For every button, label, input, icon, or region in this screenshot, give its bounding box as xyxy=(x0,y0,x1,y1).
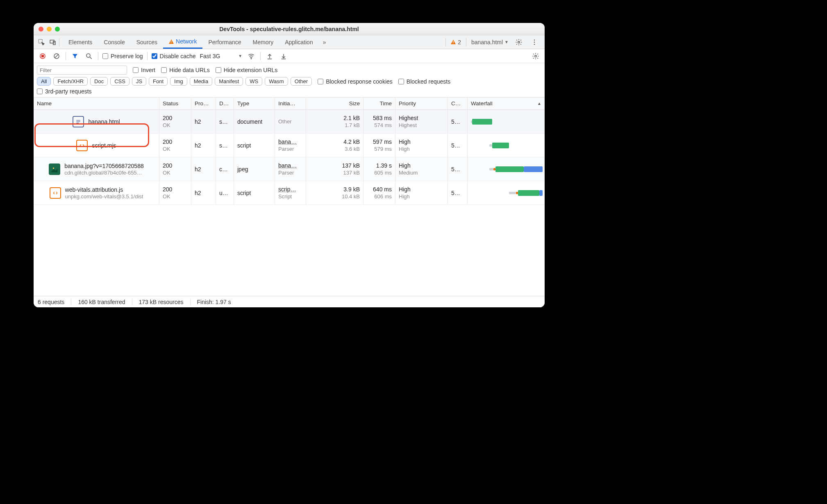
col-priority[interactable]: Priority xyxy=(395,98,448,109)
issues-counter[interactable]: 2 xyxy=(451,39,461,45)
kebab-icon[interactable] xyxy=(529,37,540,48)
network-table: Name Status Pro… D… Type Initia… Size Ti… xyxy=(34,98,545,296)
throttling-select[interactable]: Fast 3G ▼ xyxy=(200,53,243,59)
inspect-icon[interactable] xyxy=(36,37,47,48)
network-settings-icon[interactable] xyxy=(531,51,541,61)
network-toolbar: Preserve log Disable cache Fast 3G ▼ xyxy=(34,49,545,63)
search-icon[interactable] xyxy=(84,51,94,61)
network-conditions-icon[interactable] xyxy=(246,51,256,61)
disable-cache-checkbox[interactable]: Disable cache xyxy=(152,53,196,59)
chip-all[interactable]: All xyxy=(37,77,51,86)
status-bar: 6 requests 160 kB transferred 173 kB res… xyxy=(34,296,545,307)
third-party-checkbox[interactable]: 3rd-party requests xyxy=(37,88,92,95)
export-har-icon[interactable] xyxy=(265,51,275,61)
svg-point-5 xyxy=(534,41,535,43)
tab-memory[interactable]: Memory xyxy=(247,35,279,49)
chip-wasm[interactable]: Wasm xyxy=(265,77,288,86)
tab-application[interactable]: Application xyxy=(279,35,319,49)
waterfall-cell xyxy=(468,134,545,157)
status-finish: Finish: 1.97 s xyxy=(197,299,231,305)
table-row[interactable]: banana.jpg?v=1705668720588cdn.glitch.glo… xyxy=(34,157,545,181)
titlebar: DevTools - speculative-rules.glitch.me/b… xyxy=(34,23,545,35)
tab-network[interactable]: Network xyxy=(163,35,202,49)
context-selector[interactable]: banana.html ▼ xyxy=(471,39,509,45)
svg-point-4 xyxy=(534,39,535,41)
clear-button[interactable] xyxy=(52,51,61,61)
chip-ws[interactable]: WS xyxy=(245,77,262,86)
status-requests: 6 requests xyxy=(38,299,64,305)
type-filter-chips: AllFetch/XHRDocCSSJSFontImgMediaManifest… xyxy=(37,77,312,86)
tab-sources[interactable]: Sources xyxy=(131,35,163,49)
chip-manifest[interactable]: Manifest xyxy=(215,77,243,86)
chevron-down-icon: ▼ xyxy=(238,54,242,58)
separator xyxy=(260,52,261,60)
hide-data-urls-checkbox[interactable]: Hide data URLs xyxy=(161,67,210,73)
table-row[interactable]: web-vitals.attribution.jsunpkg.com/web-v… xyxy=(34,181,545,205)
sort-asc-icon: ▲ xyxy=(537,101,541,106)
blocked-requests-checkbox[interactable]: Blocked requests xyxy=(398,78,450,85)
waterfall-cell xyxy=(468,181,545,204)
col-initiator[interactable]: Initia… xyxy=(275,98,306,109)
col-protocol[interactable]: Pro… xyxy=(191,98,216,109)
tab-elements[interactable]: Elements xyxy=(63,35,98,49)
svg-point-11 xyxy=(86,54,90,57)
separator xyxy=(66,52,66,60)
chevron-double-right-icon: » xyxy=(323,39,326,45)
col-name[interactable]: Name xyxy=(34,98,159,109)
document-icon xyxy=(73,116,84,127)
status-resources: 173 kB resources xyxy=(139,299,184,305)
blocked-cookies-checkbox[interactable]: Blocked response cookies xyxy=(318,78,393,85)
chip-font[interactable]: Font xyxy=(149,77,168,86)
col-waterfall[interactable]: Waterfall▲ xyxy=(468,98,545,109)
warning-icon xyxy=(169,39,174,44)
import-har-icon[interactable] xyxy=(279,51,289,61)
col-time[interactable]: Time xyxy=(364,98,395,109)
chip-img[interactable]: Img xyxy=(170,77,187,86)
col-domain[interactable]: D… xyxy=(216,98,234,109)
separator xyxy=(445,38,446,46)
window-title: DevTools - speculative-rules.glitch.me/b… xyxy=(34,26,545,32)
main-tabbar: ElementsConsoleSourcesNetworkPerformance… xyxy=(34,35,545,49)
waterfall-cell xyxy=(468,157,545,181)
tab-performance[interactable]: Performance xyxy=(202,35,247,49)
invert-checkbox[interactable]: Invert xyxy=(133,67,155,73)
svg-point-13 xyxy=(251,58,252,59)
chip-other[interactable]: Other xyxy=(291,77,312,86)
table-row[interactable]: script.mjs200OKh2sp…scriptbana…Parser4.2… xyxy=(34,134,545,157)
waterfall-cell xyxy=(468,110,545,133)
hide-extension-urls-checkbox[interactable]: Hide extension URLs xyxy=(216,67,278,73)
chip-media[interactable]: Media xyxy=(190,77,212,86)
status-transferred: 160 kB transferred xyxy=(78,299,125,305)
preserve-log-checkbox[interactable]: Preserve log xyxy=(102,53,143,59)
svg-rect-8 xyxy=(42,55,44,57)
separator xyxy=(98,52,98,60)
chip-fetchxhr[interactable]: Fetch/XHR xyxy=(53,77,88,86)
svg-point-3 xyxy=(518,41,520,43)
col-type[interactable]: Type xyxy=(234,98,275,109)
context-label: banana.html xyxy=(471,39,503,45)
svg-line-10 xyxy=(55,54,58,58)
record-button[interactable] xyxy=(38,51,48,61)
tabs-overflow[interactable]: » xyxy=(320,39,329,45)
tab-console[interactable]: Console xyxy=(98,35,130,49)
filter-bar: Invert Hide data URLs Hide extension URL… xyxy=(34,63,545,98)
separator xyxy=(147,52,148,60)
chip-js[interactable]: JS xyxy=(132,77,146,86)
col-connection[interactable]: C… xyxy=(448,98,468,109)
request-name: web-vitals.attribution.js xyxy=(65,186,143,193)
table-header: Name Status Pro… D… Type Initia… Size Ti… xyxy=(34,98,545,110)
chip-doc[interactable]: Doc xyxy=(90,77,108,86)
devtools-window: DevTools - speculative-rules.glitch.me/b… xyxy=(34,23,545,307)
chip-css[interactable]: CSS xyxy=(110,77,130,86)
script-icon xyxy=(76,140,88,151)
table-row[interactable]: banana.html200OKh2sp…documentOther2.1 kB… xyxy=(34,110,545,134)
separator xyxy=(466,38,466,46)
filter-input[interactable] xyxy=(37,66,127,75)
issues-count: 2 xyxy=(458,39,461,45)
col-size[interactable]: Size xyxy=(306,98,364,109)
request-name: script.mjs xyxy=(92,142,116,149)
filter-icon[interactable] xyxy=(70,51,80,61)
gear-icon[interactable] xyxy=(513,37,524,48)
device-toggle-icon[interactable] xyxy=(48,37,58,48)
col-status[interactable]: Status xyxy=(159,98,191,109)
